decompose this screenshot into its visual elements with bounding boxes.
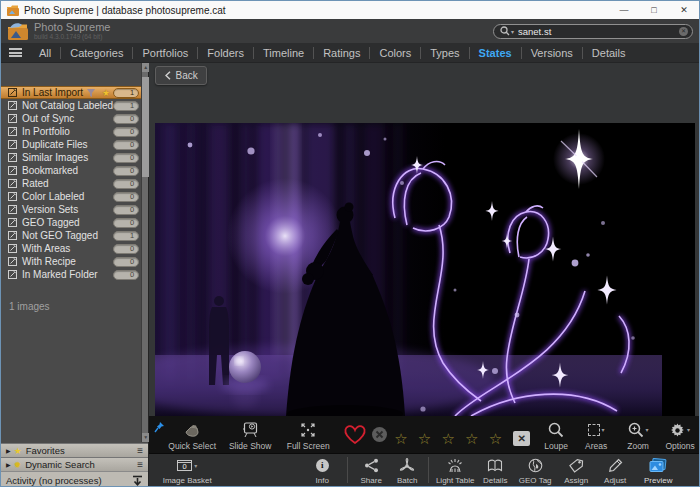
info-icon: i — [316, 459, 329, 472]
back-chevron-icon — [165, 71, 171, 80]
filter-color-labeled[interactable]: Color Labeled 0 — [1, 190, 148, 203]
assign-button[interactable]: Assign — [558, 457, 594, 485]
options-button[interactable]: ▾ Options — [660, 422, 700, 451]
filter-duplicate-files[interactable]: Duplicate Files 0 — [1, 138, 148, 151]
filter-not-geo-tagged[interactable]: Not GEO Tagged 1 — [1, 229, 148, 242]
image-basket-caret-icon[interactable]: ▾ — [194, 463, 197, 469]
edit-checkbox-icon[interactable] — [8, 257, 17, 266]
light-table-button[interactable]: Light Table — [432, 457, 478, 485]
image-basket-label: Image Basket — [163, 477, 212, 485]
favorite-heart-icon[interactable] — [343, 424, 367, 449]
loupe-button[interactable]: Loupe — [540, 422, 572, 451]
activity-dock-icon[interactable] — [132, 475, 143, 486]
edit-checkbox-icon[interactable] — [8, 101, 17, 110]
edit-checkbox-icon[interactable] — [8, 166, 17, 175]
edit-checkbox-icon[interactable] — [8, 140, 17, 149]
tab-ratings[interactable]: Ratings — [314, 47, 369, 59]
full-screen-button[interactable]: Full Screen — [281, 422, 335, 451]
tab-all[interactable]: All — [30, 47, 60, 59]
filter-label: In Portfolio — [22, 126, 70, 137]
edit-checkbox-icon[interactable] — [8, 88, 17, 97]
search-box[interactable]: ▾ ✕ — [493, 24, 693, 39]
edit-checkbox-icon[interactable] — [8, 192, 17, 201]
edit-checkbox-icon[interactable] — [8, 218, 17, 227]
filter-bookmarked[interactable]: Bookmarked 0 — [1, 164, 148, 177]
filter-count-badge: 0 — [113, 140, 139, 150]
geo-tag-button[interactable]: GEO Tag — [516, 457, 554, 485]
favorites-menu-icon[interactable]: ≡ — [137, 445, 143, 456]
tab-folders[interactable]: Folders — [198, 47, 253, 59]
favorite-star-icon[interactable]: ★ — [102, 88, 110, 98]
dynamic-search-menu-icon[interactable]: ≡ — [137, 459, 143, 470]
close-button[interactable]: ✕ — [669, 1, 699, 19]
edit-checkbox-icon[interactable] — [8, 205, 17, 214]
activity-label: Activity (no processes) — [6, 475, 102, 486]
tab-timeline[interactable]: Timeline — [254, 47, 313, 59]
share-button[interactable]: Share — [354, 457, 388, 485]
batch-button[interactable]: Batch — [390, 457, 424, 485]
edit-checkbox-icon[interactable] — [8, 270, 17, 279]
search-input[interactable] — [518, 26, 679, 37]
filter-label: Color Labeled — [22, 191, 84, 202]
dynamic-search-panel-header[interactable]: ▶ ✹ Dynamic Search ≡ — [1, 457, 148, 471]
rating-stars[interactable]: ☆ ☆ ☆ ☆ ☆ — [394, 431, 505, 450]
filter-in-marked-folder[interactable]: In Marked Folder 0 — [1, 268, 148, 281]
adjust-button[interactable]: Adjust — [598, 457, 632, 485]
fullscreen-icon — [300, 422, 316, 438]
edit-checkbox-icon[interactable] — [8, 244, 17, 253]
tab-types[interactable]: Types — [421, 47, 468, 59]
loupe-icon — [548, 422, 564, 438]
scrollbar-thumb[interactable] — [142, 77, 149, 177]
areas-button[interactable]: ▾ Areas — [578, 422, 614, 451]
filter-with-recipe[interactable]: With Recipe 0 — [1, 255, 148, 268]
zoom-caret-icon[interactable]: ▾ — [646, 427, 649, 433]
scroll-down-icon[interactable]: ▼ — [142, 433, 149, 442]
filter-geo-tagged[interactable]: GEO Tagged 0 — [1, 216, 148, 229]
tab-versions[interactable]: Versions — [522, 47, 582, 59]
filter-version-sets[interactable]: Version Sets 0 — [1, 203, 148, 216]
filter-similar-images[interactable]: Similar Images 0 — [1, 151, 148, 164]
edit-checkbox-icon[interactable] — [8, 114, 17, 123]
tab-details[interactable]: Details — [583, 47, 635, 59]
tab-categories[interactable]: Categories — [61, 47, 132, 59]
back-button[interactable]: Back — [155, 66, 207, 85]
expand-arrow-icon[interactable]: ▶ — [6, 461, 11, 468]
edit-checkbox-icon[interactable] — [8, 153, 17, 162]
info-button[interactable]: i Info — [305, 457, 339, 485]
reject-button[interactable]: ✕ — [513, 431, 530, 446]
filter-in-last-import[interactable]: In Last Import ★ 1 — [1, 86, 148, 99]
details-button[interactable]: Details — [478, 457, 512, 485]
activity-bar[interactable]: Activity (no processes) — [1, 471, 148, 487]
tab-portfolios[interactable]: Portfolios — [133, 47, 197, 59]
state-filter-list: In Last Import ★ 1 Not Catalog Labeled 1… — [1, 86, 148, 281]
maximize-button[interactable]: □ — [639, 1, 669, 19]
filter-funnel-icon[interactable] — [87, 89, 95, 97]
zoom-button[interactable]: ▾ Zoom — [620, 422, 656, 451]
filter-rated[interactable]: Rated 0 — [1, 177, 148, 190]
search-clear-icon[interactable]: ✕ — [679, 27, 688, 36]
search-scope-caret-icon[interactable]: ▾ — [511, 28, 514, 35]
areas-caret-icon[interactable]: ▾ — [602, 427, 605, 433]
scroll-up-icon[interactable]: ▲ — [142, 63, 149, 72]
expand-arrow-icon[interactable]: ▶ — [6, 447, 11, 454]
preview-button[interactable]: Preview — [638, 457, 678, 485]
pin-icon[interactable] — [154, 421, 165, 433]
edit-checkbox-icon[interactable] — [8, 127, 17, 136]
filter-out-of-sync[interactable]: Out of Sync 0 — [1, 112, 148, 125]
filter-in-portfolio[interactable]: In Portfolio 0 — [1, 125, 148, 138]
edit-checkbox-icon[interactable] — [8, 179, 17, 188]
edit-checkbox-icon[interactable] — [8, 231, 17, 240]
image-basket-button[interactable]: 0▾ Image Basket — [155, 457, 219, 485]
quick-select-button[interactable]: Quick Select — [165, 422, 219, 451]
minimize-button[interactable]: — — [609, 1, 639, 19]
tab-colors[interactable]: Colors — [370, 47, 420, 59]
options-caret-icon[interactable]: ▾ — [687, 427, 690, 433]
sidebar-scrollbar[interactable]: ▲ ▼ — [141, 63, 148, 442]
favorites-panel-header[interactable]: ▶ ★ Favorites ≡ — [1, 443, 148, 457]
tab-states[interactable]: States — [470, 47, 521, 59]
menu-icon[interactable] — [9, 48, 22, 57]
slide-show-button[interactable]: Slide Show — [223, 422, 277, 451]
filter-with-areas[interactable]: With Areas 0 — [1, 242, 148, 255]
clear-rating-icon[interactable] — [371, 426, 388, 447]
filter-not-catalog-labeled[interactable]: Not Catalog Labeled 1 — [1, 99, 148, 112]
